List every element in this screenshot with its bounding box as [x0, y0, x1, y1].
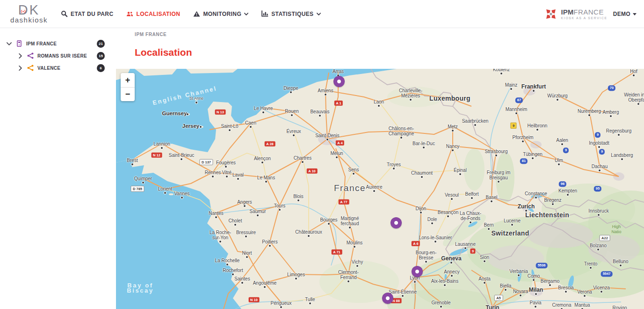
map-zoom-control: + − — [121, 73, 135, 101]
road-shield-a-77: A 77 — [339, 199, 349, 205]
localisation-map[interactable]: English ChannelBay ofBiscayFranceLuxembo… — [116, 69, 644, 309]
chart-icon — [261, 10, 268, 17]
nav-item-etat-du-parc[interactable]: ETAT DU PARC — [61, 10, 113, 17]
share-icon — [27, 65, 34, 71]
tree-item-label: ROMANS SUR ISÈRE — [37, 53, 97, 59]
brand-title-strong: IPM — [561, 8, 574, 16]
tree-item-romans-sur-is-re[interactable]: ROMANS SUR ISÈRE15 — [0, 50, 115, 62]
breadcrumb: IPM FRANCE — [135, 32, 166, 37]
chevron-down-icon — [244, 13, 248, 15]
user-menu[interactable]: DEMO — [613, 11, 637, 17]
dashkiosk-logo[interactable]: DK dashkiosk — [4, 4, 54, 24]
road-shield-a5: A5 — [494, 295, 503, 301]
road-shield-9: 9 — [510, 123, 516, 129]
tree-item-valence[interactable]: VALENCE6 — [0, 62, 115, 74]
road-shield-5547: 5547 — [601, 271, 613, 277]
map-marker[interactable] — [412, 266, 423, 277]
dashkiosk-logo-name: dashkiosk — [4, 16, 54, 24]
road-shield-9: 9 — [563, 147, 569, 153]
user-menu-label: DEMO — [613, 11, 630, 17]
road-shield-n-13: N 13 — [215, 110, 226, 115]
road-shield-n-12: N 12 — [152, 153, 162, 158]
road-shield-n-10: N 10 — [249, 297, 260, 302]
map-marker[interactable] — [391, 217, 402, 228]
ipm-france-brand: IPMFRANCE KIOSK AS A SERVICE — [544, 7, 608, 21]
road-shield-9: 9 — [599, 149, 605, 154]
map-marker[interactable] — [382, 293, 393, 304]
road-shield-96: 96 — [559, 181, 566, 187]
chevron-right-icon[interactable] — [18, 66, 23, 71]
chevron-right-icon[interactable] — [18, 53, 23, 59]
page-title: Localisation — [135, 47, 192, 58]
road-shield-95: 95 — [594, 186, 601, 191]
map-markers-layer — [116, 69, 644, 309]
location-tree: IPM FRANCE21ROMANS SUR ISÈRE15VALENCE6 — [0, 37, 115, 74]
road-shield-d-137: D 137 — [199, 159, 213, 165]
road-shield-d-785: D 785 — [130, 186, 144, 192]
road-shield-a-71: A 71 — [332, 250, 342, 255]
brand-title-light: FRANCE — [573, 8, 604, 16]
road-shield-a-4: A 4 — [336, 140, 344, 146]
road-shield-a-1: A 1 — [334, 101, 343, 106]
nav-item-statistiques[interactable]: STATISTIQUES — [261, 10, 320, 17]
nav-item-monitoring[interactable]: MONITORING — [193, 10, 248, 17]
tree-item-label: VALENCE — [37, 66, 97, 71]
road-shield-67: 67 — [515, 97, 523, 103]
nav-item-label: LOCALISATION — [136, 11, 180, 17]
road-shield-5536: 5536 — [536, 263, 548, 268]
main-nav: ETAT DU PARCLOCALISATIONMONITORINGSTATIS… — [61, 10, 321, 17]
chevron-down-icon — [317, 13, 321, 15]
tree-item-ipm-france[interactable]: IPM FRANCE21 — [0, 37, 115, 50]
ipm-france-logo-icon — [544, 7, 558, 21]
count-badge: 6 — [97, 64, 105, 72]
map-marker[interactable] — [333, 76, 345, 87]
signal-icon — [21, 7, 26, 11]
road-shield-9: 9 — [470, 249, 475, 254]
nav-item-label: MONITORING — [203, 11, 241, 17]
road-shield-a-28: A 28 — [265, 141, 275, 147]
warning-icon — [193, 10, 200, 17]
road-shield-70: 70 — [608, 85, 615, 91]
road-shield-81: 81 — [520, 158, 528, 164]
share-icon — [27, 52, 34, 59]
kiosk-icon — [16, 40, 22, 47]
road-shield-9: 9 — [595, 132, 601, 138]
search-icon — [61, 10, 68, 17]
road-shield-a-10: A 10 — [307, 169, 318, 174]
top-navigation-bar: DK dashkiosk ETAT DU PARCLOCALISATIONMON… — [0, 0, 644, 28]
tree-item-label: IPM FRANCE — [26, 41, 97, 46]
dashkiosk-logo-letters: DK — [4, 4, 54, 16]
chevron-down-icon[interactable] — [7, 41, 12, 46]
road-shield-a22: A22 — [600, 235, 610, 241]
nav-item-label: ETAT DU PARC — [71, 11, 113, 17]
road-shield-a-6: A 6 — [412, 241, 420, 246]
header-right: IPMFRANCE KIOSK AS A SERVICE DEMO — [544, 7, 637, 21]
count-badge: 21 — [97, 40, 105, 48]
count-badge: 15 — [97, 52, 105, 60]
location-tree-sidebar: IPM FRANCE21ROMANS SUR ISÈRE15VALENCE6 — [0, 29, 115, 309]
brand-subtitle: KIOSK AS A SERVICE — [561, 16, 608, 20]
zoom-out-button[interactable]: − — [121, 87, 135, 101]
people-icon — [126, 10, 133, 17]
zoom-in-button[interactable]: + — [121, 73, 135, 87]
chevron-down-icon — [633, 13, 637, 15]
nav-item-label: STATISTIQUES — [271, 11, 313, 17]
nav-item-localisation[interactable]: LOCALISATION — [126, 10, 180, 17]
ipm-france-brand-text: IPMFRANCE KIOSK AS A SERVICE — [561, 8, 608, 20]
